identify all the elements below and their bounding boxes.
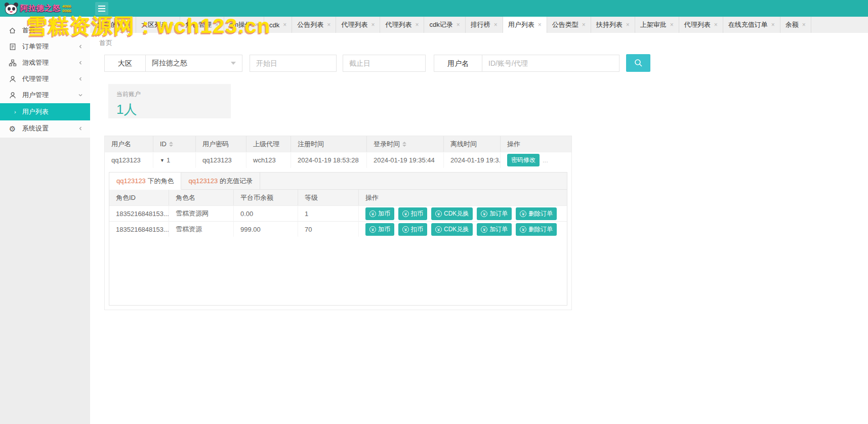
tab-bar: 我的首页 大区列表× 角色管理× gm操作× cdk× 公告列表× 代理列表× … (90, 17, 868, 33)
tab-notice-list[interactable]: 公告列表× (292, 17, 336, 33)
deduct-coins-button[interactable]: ¥扣币 (398, 207, 427, 220)
close-icon[interactable]: × (626, 22, 630, 28)
cdk-exchange-button[interactable]: ¥CDK兑换 (431, 207, 473, 220)
sidebar-item-settings[interactable]: ⚙ 系统设置 (0, 120, 90, 137)
add-coins-button[interactable]: ¥加币 (365, 223, 394, 236)
close-icon[interactable]: × (171, 22, 175, 28)
yuan-circle-icon: ¥ (520, 226, 526, 233)
cell-register-time: 2024-01-19 18:53:28 (291, 152, 367, 168)
close-icon[interactable]: × (283, 22, 286, 28)
sidebar-item-user-list[interactable]: › 用户列表 (0, 103, 90, 120)
sidebar-item-home[interactable]: 首页 (0, 22, 90, 38)
region-select-value: 阿拉德之怒 (152, 59, 187, 68)
change-password-button[interactable]: 密码修改 (507, 154, 540, 166)
expand-row-icon[interactable]: ▼ (160, 152, 164, 168)
close-icon[interactable]: × (215, 22, 219, 28)
col-password: 用户密码 (196, 136, 246, 152)
sidebar-item-users[interactable]: 用户管理 (0, 87, 90, 103)
yuan-circle-icon: ¥ (369, 226, 376, 233)
close-icon[interactable]: × (538, 22, 542, 28)
sort-icon[interactable] (402, 142, 406, 147)
add-order-button[interactable]: ¥加订单 (477, 223, 512, 236)
col-username: 用户名 (105, 136, 153, 152)
arrow-right-icon: › (14, 109, 16, 115)
start-date-input[interactable] (250, 55, 337, 72)
delete-order-button[interactable]: ¥删除订单 (516, 207, 557, 220)
stat-label: 当前账户 (116, 90, 223, 99)
cell-offline-time: 2024-01-19 19:3... (444, 152, 501, 168)
col-level: 等级 (298, 190, 359, 205)
chevron-down-icon (78, 93, 83, 98)
tab-region-list[interactable]: 大区列表× (136, 17, 180, 33)
tab-balance[interactable]: 余额× (780, 17, 811, 33)
close-icon[interactable]: × (494, 22, 498, 28)
cell-level: 1 (298, 205, 359, 221)
tab-gm-ops[interactable]: gm操作× (224, 17, 264, 33)
cell-level: 70 (298, 221, 359, 237)
sidebar-item-games[interactable]: 游戏管理 (0, 55, 90, 71)
order-icon (8, 43, 17, 51)
col-id: ID (153, 136, 196, 152)
tab-support-list[interactable]: 扶持列表× (591, 17, 635, 33)
tab-agent-list-3[interactable]: 代理列表× (679, 17, 723, 33)
tab-agent-list[interactable]: 代理列表× (336, 17, 380, 33)
detail-tab-recharge-records[interactable]: qq123123 的充值记录 (181, 173, 260, 189)
deduct-coins-button[interactable]: ¥扣币 (398, 223, 427, 236)
more-actions[interactable]: ... (543, 152, 548, 168)
close-icon[interactable]: × (457, 22, 460, 28)
close-icon[interactable]: × (582, 22, 586, 28)
tab-user-list[interactable]: 用户列表× (503, 17, 547, 33)
add-order-button[interactable]: ¥加订单 (477, 207, 512, 220)
tab-notice-types[interactable]: 公告类型× (547, 17, 591, 33)
user-table: 用户名 ID 用户密码 上级代理 注册时间 登录时间 离线时间 操作 qq123… (104, 136, 572, 310)
cell-role-name: 雪糕资源 (169, 221, 234, 237)
tab-role-manage[interactable]: 角色管理× (180, 17, 224, 33)
tab-online-recharge-orders[interactable]: 在线充值订单× (723, 17, 780, 33)
chevron-left-icon (78, 126, 83, 131)
col-role-name: 角色名 (169, 190, 234, 205)
yuan-circle-icon: ¥ (520, 210, 526, 217)
close-icon[interactable]: × (255, 22, 259, 28)
close-icon[interactable]: × (771, 22, 775, 28)
tab-cdk[interactable]: cdk× (264, 17, 292, 33)
sidebar-item-orders[interactable]: 订单管理 (0, 38, 90, 55)
close-icon[interactable]: × (327, 22, 330, 28)
delete-order-button[interactable]: ¥删除订单 (516, 223, 557, 236)
sidebar-item-agents[interactable]: 代理管理 (0, 71, 90, 87)
sidebar-menu: 首页 订单管理 游戏管理 代理管理 (0, 17, 90, 138)
detail-tab-roles[interactable]: qq123123 下的角色 (109, 173, 181, 190)
tab-listing-approval[interactable]: 上架审批× (635, 17, 679, 33)
username-search-input[interactable] (482, 55, 619, 72)
col-balance: 平台币余额 (234, 190, 298, 205)
close-icon[interactable]: × (371, 22, 375, 28)
tab-cdk-records[interactable]: cdk记录× (424, 17, 465, 33)
close-icon[interactable]: × (415, 22, 419, 28)
region-filter-group: 大区 阿拉德之怒 (104, 55, 242, 72)
close-icon[interactable]: × (670, 22, 674, 28)
tab-agent-list-2[interactable]: 代理列表× (380, 17, 424, 33)
sort-icon[interactable] (169, 142, 173, 147)
yuan-circle-icon: ¥ (435, 210, 442, 217)
end-date-input[interactable] (343, 55, 426, 72)
region-select[interactable]: 阿拉德之怒 (145, 55, 242, 72)
yuan-circle-icon: ¥ (435, 226, 442, 233)
region-label: 大区 (104, 55, 146, 72)
cell-role-id: 1835216848153... (109, 221, 169, 237)
filter-bar: 大区 阿拉德之怒 用户名 (104, 54, 868, 72)
col-register-time: 注册时间 (291, 136, 367, 152)
cell-login-time: 2024-01-19 19:35:44 (367, 152, 444, 168)
tab-rankings[interactable]: 排行榜× (466, 17, 503, 33)
logo-badges: 40660066 (62, 4, 71, 13)
close-icon[interactable]: × (714, 22, 718, 28)
chevron-left-icon (78, 76, 83, 81)
close-icon[interactable]: × (802, 22, 806, 28)
cdk-exchange-button[interactable]: ¥CDK兑换 (431, 223, 473, 236)
hamburger-menu-icon[interactable] (95, 2, 108, 15)
stat-value: 1人 (116, 101, 223, 118)
top-header-bar: 阿拉德之怒 40660066 (0, 0, 868, 17)
add-coins-button[interactable]: ¥加币 (365, 207, 394, 220)
tab-my-home[interactable]: 我的首页 (90, 17, 136, 33)
yuan-circle-icon: ¥ (481, 210, 487, 217)
cell-password: qq123123 (196, 152, 246, 168)
search-button[interactable] (626, 54, 650, 72)
